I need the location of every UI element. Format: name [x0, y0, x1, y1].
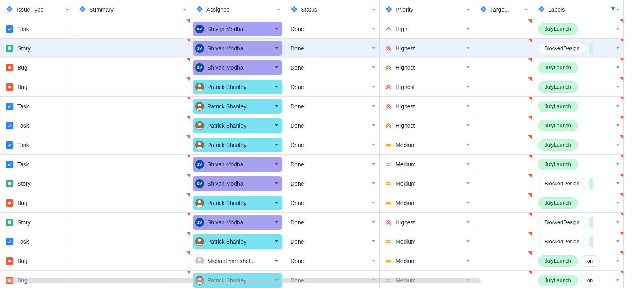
chevron-down-icon[interactable] [372, 202, 375, 204]
label-chip[interactable]: JulyLaunch [538, 197, 578, 209]
label-chip[interactable]: JulyLaunch [538, 255, 578, 267]
assignee-cell[interactable]: Patrick Shanley [190, 135, 285, 155]
chevron-down-icon[interactable] [616, 105, 619, 107]
status-cell[interactable]: Done [285, 116, 380, 135]
target-cell[interactable] [474, 251, 532, 271]
issue-type-cell[interactable]: Bug [0, 58, 73, 77]
label-chip[interactable]: BlockedDesign [538, 236, 586, 247]
status-cell[interactable]: Done [285, 39, 380, 58]
status-cell[interactable]: Done [285, 135, 380, 155]
labels-cell[interactable]: JulyLaunch [532, 19, 624, 39]
labels-cell[interactable]: JulyLaunch [532, 116, 624, 135]
assignee-pill[interactable]: Patrick Shanley [193, 99, 282, 114]
labels-cell[interactable]: JulyLaunch [532, 58, 624, 77]
assignee-cell[interactable]: Patrick Shanley [190, 97, 285, 116]
summary-cell[interactable] [73, 39, 190, 58]
summary-cell[interactable] [73, 193, 190, 213]
chevron-down-icon[interactable] [466, 9, 470, 11]
summary-cell[interactable] [73, 135, 190, 155]
chevron-down-icon[interactable] [275, 144, 278, 146]
chevron-down-icon[interactable] [277, 9, 281, 11]
chevron-down-icon[interactable] [275, 182, 278, 184]
label-chip[interactable]: JulyLaunch [538, 23, 578, 35]
priority-cell[interactable]: Highest [380, 116, 474, 135]
target-cell[interactable] [474, 39, 532, 58]
status-cell[interactable]: Done [285, 174, 380, 193]
labels-cell[interactable]: BlockedDesign [532, 39, 624, 58]
horizontal-scrollbar[interactable] [6, 278, 481, 283]
chevron-down-icon[interactable] [616, 86, 619, 88]
labels-cell[interactable]: JulyLaunch [532, 135, 624, 155]
issue-type-cell[interactable]: Bug [0, 251, 73, 271]
chevron-down-icon[interactable] [616, 163, 619, 165]
chevron-down-icon[interactable] [275, 124, 278, 126]
chevron-down-icon[interactable] [372, 66, 375, 68]
chevron-down-icon[interactable] [372, 221, 375, 223]
chevron-down-icon[interactable] [616, 144, 619, 146]
assignee-cell[interactable]: SMShivan Modha [190, 155, 285, 174]
assignee-pill[interactable]: Patrick Shanley [193, 118, 282, 133]
label-chip[interactable]: BlockedDesign [538, 43, 586, 54]
labels-cell[interactable]: JulyLaunch [532, 193, 624, 213]
assignee-pill[interactable]: Patrick Shanley [193, 196, 282, 210]
chevron-down-icon[interactable] [616, 182, 619, 184]
priority-cell[interactable]: Medium [380, 174, 474, 193]
target-cell[interactable] [474, 58, 532, 77]
chevron-down-icon[interactable] [275, 221, 278, 223]
issue-type-cell[interactable]: Bug [0, 193, 73, 213]
assignee-cell[interactable]: Patrick Shanley [190, 232, 285, 251]
chevron-down-icon[interactable] [466, 221, 470, 223]
chevron-down-icon[interactable] [466, 182, 470, 184]
chevron-down-icon[interactable] [372, 124, 375, 126]
label-chip[interactable]: JulyLaunch [538, 101, 578, 112]
chevron-down-icon[interactable] [524, 9, 528, 11]
status-cell[interactable]: Done [285, 193, 380, 213]
column-header[interactable]: Status [285, 0, 380, 19]
assignee-cell[interactable]: SMShivan Modha [190, 39, 285, 58]
assignee-cell[interactable]: SMShivan Modha [190, 19, 285, 39]
priority-cell[interactable]: Medium [380, 155, 474, 174]
target-cell[interactable] [474, 155, 532, 174]
labels-cell[interactable]: JulyLaunch [532, 155, 624, 174]
assignee-pill[interactable]: Patrick Shanley [193, 80, 282, 94]
issue-type-cell[interactable]: Story [0, 39, 73, 58]
status-cell[interactable]: Done [285, 97, 380, 116]
issue-type-cell[interactable]: Task [0, 97, 73, 116]
chevron-down-icon[interactable] [466, 66, 470, 68]
column-header[interactable]: Issue Type [0, 0, 73, 19]
target-cell[interactable] [474, 19, 532, 39]
chevron-down-icon[interactable] [616, 240, 619, 242]
summary-cell[interactable] [73, 213, 190, 232]
chevron-down-icon[interactable] [466, 105, 470, 107]
chevron-down-icon[interactable] [275, 105, 278, 107]
chevron-down-icon[interactable] [616, 202, 619, 204]
chevron-down-icon[interactable] [466, 144, 470, 146]
summary-cell[interactable] [73, 77, 190, 97]
assignee-cell[interactable]: SMShivan Modha [190, 58, 285, 77]
assignee-cell[interactable]: SMShivan Modha [190, 213, 285, 232]
issue-type-cell[interactable]: Task [0, 155, 73, 174]
chevron-down-icon[interactable] [275, 240, 278, 242]
summary-cell[interactable] [73, 97, 190, 116]
priority-cell[interactable]: Medium [380, 193, 474, 213]
label-chip[interactable]: JulyLaunch [538, 139, 578, 151]
priority-cell[interactable]: Highest [380, 39, 474, 58]
labels-cell[interactable]: JulyLaunch [532, 77, 624, 97]
assignee-pill[interactable]: SMShivan Modha [193, 157, 282, 172]
chevron-down-icon[interactable] [183, 9, 186, 11]
status-cell[interactable]: Done [285, 77, 380, 97]
summary-cell[interactable] [73, 232, 190, 251]
target-cell[interactable] [474, 193, 532, 213]
chevron-down-icon[interactable] [275, 163, 278, 165]
priority-cell[interactable]: Highest [380, 77, 474, 97]
chevron-down-icon[interactable] [616, 66, 619, 68]
chevron-down-icon[interactable] [372, 47, 375, 49]
priority-cell[interactable]: Highest [380, 97, 474, 116]
chevron-down-icon[interactable] [372, 28, 375, 30]
chevron-down-icon[interactable] [616, 260, 619, 262]
label-chip[interactable]: BlockedDesign [538, 217, 586, 228]
summary-cell[interactable] [73, 116, 190, 135]
column-header[interactable]: Labels [532, 0, 624, 19]
status-cell[interactable]: Done [285, 155, 380, 174]
assignee-cell[interactable]: Patrick Shanley [190, 77, 285, 97]
